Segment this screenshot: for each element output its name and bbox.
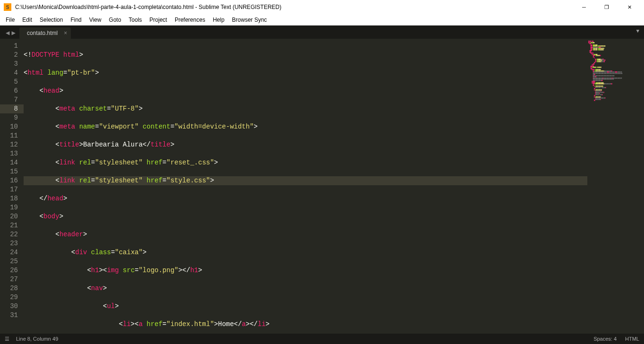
menu-view[interactable]: View <box>85 17 105 23</box>
line-number: 15 <box>0 167 18 176</box>
window-title: C:\Users\Monica\Downloads\html-parte-4-a… <box>15 4 573 10</box>
status-spaces[interactable]: Spaces: 4 <box>593 336 617 342</box>
line-number: 13 <box>0 149 18 158</box>
menu-goto[interactable]: Goto <box>105 17 125 23</box>
tab-label: contato.html <box>27 30 58 36</box>
line-number: 8 <box>0 104 24 113</box>
status-lang[interactable]: HTML <box>625 336 639 342</box>
close-button[interactable]: ✕ <box>619 0 640 14</box>
menu-help[interactable]: Help <box>209 17 229 23</box>
line-number: 24 <box>0 248 18 257</box>
line-number: 30 <box>0 302 18 311</box>
tab-row: ◀ ▶ contato.html × ▼ <box>0 26 644 39</box>
menu-selection[interactable]: Selection <box>36 17 67 23</box>
line-number: 3 <box>0 60 18 69</box>
line-number: 18 <box>0 194 18 203</box>
line-number: 4 <box>0 69 18 77</box>
line-number: 21 <box>0 221 18 230</box>
statusbar-menu-icon[interactable]: ☰ <box>5 336 11 342</box>
line-number: 17 <box>0 185 18 194</box>
tab-contato[interactable]: contato.html × <box>19 27 71 39</box>
maximize-button[interactable]: ❐ <box>596 0 618 14</box>
nav-back-icon[interactable]: ◀ <box>6 29 9 37</box>
code-area[interactable]: <!DOCTYPE html> <html lang="pt-br"> <hea… <box>24 39 587 337</box>
line-number: 23 <box>0 239 18 248</box>
menu-find[interactable]: Find <box>67 17 85 23</box>
line-number: 6 <box>0 86 18 95</box>
line-number: 5 <box>0 77 18 86</box>
editor: 1 2 3 4 5 6 7 8 9 10 11 12 13 14 15 16 1… <box>0 39 644 337</box>
line-number: 20 <box>0 212 18 221</box>
minimap[interactable]: █████ ███ ███ ███████ ███ ███ ████████ █… <box>587 39 644 337</box>
menu-edit[interactable]: Edit <box>18 17 36 23</box>
tab-overflow-icon[interactable]: ▼ <box>636 28 639 34</box>
line-number: 14 <box>0 158 18 167</box>
line-number: 1 <box>0 42 18 51</box>
line-number: 31 <box>0 311 18 320</box>
line-number: 28 <box>0 284 18 293</box>
line-number: 16 <box>0 176 18 185</box>
tab-close-icon[interactable]: × <box>64 30 67 36</box>
menu-file[interactable]: File <box>2 17 18 23</box>
line-number: 2 <box>0 51 18 60</box>
app-icon: S <box>4 3 11 11</box>
line-number: 11 <box>0 131 18 140</box>
titlebar: S C:\Users\Monica\Downloads\html-parte-4… <box>0 0 644 14</box>
line-number: 22 <box>0 230 18 239</box>
nav-forward-icon[interactable]: ▶ <box>11 29 15 37</box>
status-position: Line 8, Column 49 <box>16 336 58 342</box>
line-number: 7 <box>0 95 18 104</box>
line-number: 10 <box>0 122 18 131</box>
line-number: 29 <box>0 293 18 302</box>
line-number: 9 <box>0 113 18 122</box>
menu-project[interactable]: Project <box>146 17 171 23</box>
line-number: 12 <box>0 140 18 149</box>
menu-browsersync[interactable]: Browser Sync <box>228 17 271 23</box>
menu-preferences[interactable]: Preferences <box>171 17 209 23</box>
minimize-button[interactable]: ─ <box>573 0 595 14</box>
line-number: 27 <box>0 275 18 284</box>
line-number: 26 <box>0 266 18 275</box>
menu-tools[interactable]: Tools <box>125 17 146 23</box>
line-number: 25 <box>0 257 18 266</box>
statusbar: ☰ Line 8, Column 49 Spaces: 4 HTML <box>0 334 644 344</box>
menubar: File Edit Selection Find View Goto Tools… <box>0 14 644 26</box>
line-number: 19 <box>0 203 18 212</box>
gutter: 1 2 3 4 5 6 7 8 9 10 11 12 13 14 15 16 1… <box>0 39 24 337</box>
